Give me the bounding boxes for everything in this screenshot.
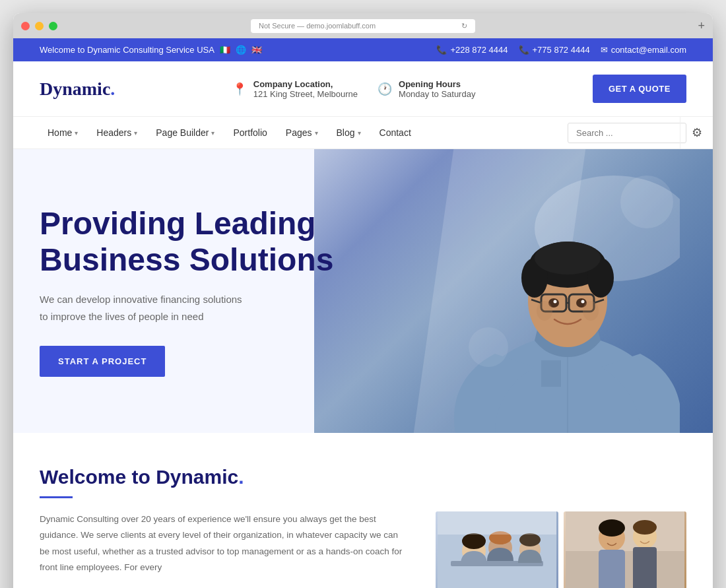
top-bar-contact: 📞 +228 872 4444 📞 +775 872 4444 ✉ contac…	[436, 45, 686, 55]
nav-pages[interactable]: Pages ▾	[278, 117, 326, 148]
nav-contact[interactable]: Contact	[372, 117, 419, 148]
hero-subtitle: We can develop innovative financing solu…	[40, 291, 350, 325]
svg-point-19	[620, 176, 673, 228]
welcome-content: Dynamic Consulting over 20 years of expe…	[40, 511, 686, 588]
svg-point-37	[633, 520, 657, 535]
svg-point-7	[535, 242, 601, 275]
mac-window: Not Secure — demo.joomlabuff.com ↻ + Wel…	[13, 13, 713, 588]
flag-uk: 🇬🇧	[251, 45, 262, 55]
flag-italy: 🇮🇹	[220, 45, 230, 55]
chevron-down-icon: ▾	[75, 129, 78, 137]
svg-rect-33	[599, 550, 625, 588]
clock-icon: 🕐	[378, 82, 392, 96]
phone2-icon: 📞	[519, 45, 529, 55]
start-project-button[interactable]: START A PROJECT	[40, 346, 165, 377]
svg-point-17	[537, 301, 552, 321]
welcome-divider	[40, 496, 73, 498]
phone2[interactable]: 📞 +775 872 4444	[519, 45, 590, 55]
settings-icon[interactable]: ⚙	[680, 117, 713, 148]
phone-icon: 📞	[436, 45, 447, 55]
welcome-image-2	[564, 511, 686, 588]
welcome-images	[436, 511, 686, 588]
close-button[interactable]	[21, 22, 30, 30]
svg-point-26	[462, 533, 486, 549]
email[interactable]: ✉ contact@email.com	[601, 45, 686, 55]
refresh-icon[interactable]: ↻	[461, 22, 467, 30]
svg-point-20	[469, 327, 508, 367]
welcome-dot: .	[238, 466, 244, 488]
url-text: Not Secure — demo.joomlabuff.com	[259, 22, 376, 30]
email-icon: ✉	[601, 45, 608, 55]
new-tab-button[interactable]: +	[698, 19, 705, 33]
hero-title: Providing Leading Business Solutions	[40, 205, 350, 278]
minimize-button[interactable]	[35, 22, 44, 30]
location-info: 📍 Company Location, 121 King Street, Mel…	[232, 79, 358, 99]
welcome-section: Welcome to Dynamic. Dynamic Consulting o…	[13, 433, 713, 588]
svg-point-16	[581, 300, 585, 304]
nav-portfolio[interactable]: Portfolio	[225, 117, 275, 148]
welcome-body: Dynamic Consulting over 20 years of expe…	[40, 511, 409, 575]
logo-dot: .	[110, 79, 115, 99]
nav-home[interactable]: Home ▾	[40, 117, 86, 148]
nav-links: Home ▾ Headers ▾ Page Builder ▾ Portfoli…	[40, 117, 419, 148]
hours-info: 🕐 Opening Hours Monday to Saturday	[378, 79, 475, 99]
maximize-button[interactable]	[49, 22, 57, 30]
welcome-title: Welcome to Dynamic.	[40, 466, 686, 488]
location-label: Company Location,	[253, 79, 358, 89]
title-bar: Not Secure — demo.joomlabuff.com ↻ +	[13, 13, 713, 38]
welcome-text: Welcome to Dynamic Consulting Service US…	[40, 45, 214, 55]
search-input[interactable]	[568, 123, 686, 143]
hero-person-illustration	[429, 149, 680, 433]
svg-rect-36	[633, 547, 657, 588]
header-info: 📍 Company Location, 121 King Street, Mel…	[232, 79, 476, 99]
site-header: Dynamic. 📍 Company Location, 121 King St…	[13, 61, 713, 117]
svg-rect-29	[438, 511, 556, 535]
nav-blog[interactable]: Blog ▾	[329, 117, 369, 148]
top-bar: Welcome to Dynamic Consulting Service US…	[13, 38, 713, 61]
phone1[interactable]: 📞 +228 872 4444	[436, 45, 508, 55]
welcome-image-1	[436, 511, 558, 588]
top-bar-welcome: Welcome to Dynamic Consulting Service US…	[40, 45, 262, 55]
chevron-down-icon: ▾	[211, 129, 214, 137]
nav-bar: Home ▾ Headers ▾ Page Builder ▾ Portfoli…	[13, 117, 713, 149]
chevron-down-icon: ▾	[358, 129, 361, 137]
get-quote-button[interactable]: GET A QUOTE	[593, 75, 686, 103]
location-value: 121 King Street, Melbourne	[253, 89, 358, 99]
chevron-down-icon: ▾	[134, 129, 137, 137]
flag-globe: 🌐	[236, 45, 246, 55]
svg-point-18	[583, 301, 599, 321]
svg-point-34	[599, 519, 625, 537]
location-icon: 📍	[232, 82, 247, 96]
svg-point-15	[554, 300, 557, 304]
nav-page-builder[interactable]: Page Builder ▾	[148, 117, 222, 148]
svg-point-28	[519, 533, 541, 546]
hero-content: Providing Leading Business Solutions We …	[13, 205, 377, 377]
hero-section: Providing Leading Business Solutions We …	[13, 149, 713, 433]
hours-value: Monday to Saturday	[399, 89, 475, 99]
chevron-down-icon: ▾	[315, 129, 318, 137]
nav-headers[interactable]: Headers ▾	[88, 117, 145, 148]
hours-label: Opening Hours	[399, 79, 475, 89]
url-bar[interactable]: Not Secure — demo.joomlabuff.com ↻	[251, 19, 475, 33]
logo[interactable]: Dynamic.	[40, 79, 115, 100]
